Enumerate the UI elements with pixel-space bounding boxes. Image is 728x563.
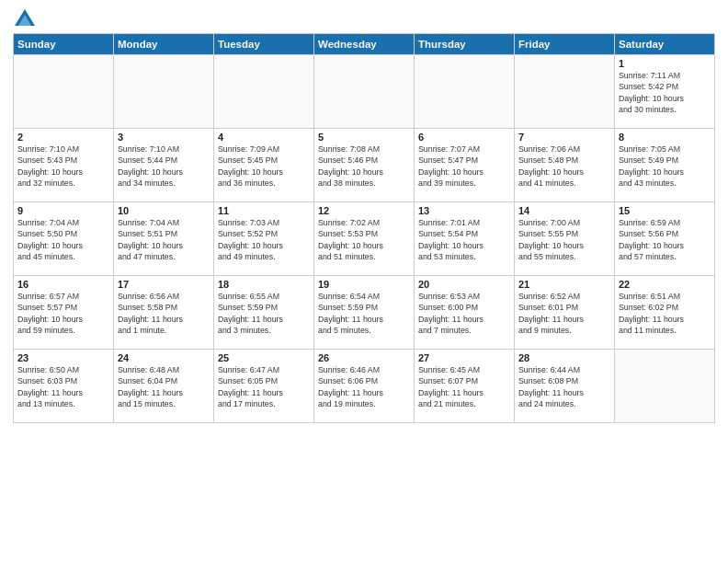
calendar-cell: 24Sunrise: 6:48 AM Sunset: 6:04 PM Dayli… [114, 350, 214, 423]
calendar-cell: 14Sunrise: 7:00 AM Sunset: 5:55 PM Dayli… [515, 202, 615, 276]
day-info: Sunrise: 7:00 AM Sunset: 5:55 PM Dayligh… [518, 217, 610, 262]
day-number: 18 [218, 279, 310, 290]
day-number: 9 [17, 205, 109, 216]
day-info: Sunrise: 6:52 AM Sunset: 6:01 PM Dayligh… [518, 291, 610, 336]
day-info: Sunrise: 7:05 AM Sunset: 5:49 PM Dayligh… [619, 144, 711, 189]
calendar-cell [415, 55, 515, 129]
day-number: 28 [518, 352, 610, 363]
calendar-cell: 9Sunrise: 7:04 AM Sunset: 5:50 PM Daylig… [14, 202, 114, 276]
calendar-week-row: 1Sunrise: 7:11 AM Sunset: 5:42 PM Daylig… [14, 55, 715, 129]
calendar: SundayMondayTuesdayWednesdayThursdayFrid… [13, 33, 715, 423]
day-of-week-header: Monday [114, 34, 214, 55]
calendar-cell [114, 55, 214, 129]
calendar-cell: 20Sunrise: 6:53 AM Sunset: 6:00 PM Dayli… [415, 276, 515, 350]
day-info: Sunrise: 6:54 AM Sunset: 5:59 PM Dayligh… [318, 291, 410, 336]
day-of-week-header: Saturday [615, 34, 715, 55]
calendar-cell: 16Sunrise: 6:57 AM Sunset: 5:57 PM Dayli… [14, 276, 114, 350]
day-of-week-header: Tuesday [214, 34, 314, 55]
calendar-cell: 28Sunrise: 6:44 AM Sunset: 6:08 PM Dayli… [515, 350, 615, 423]
day-of-week-header: Wednesday [314, 34, 415, 55]
day-info: Sunrise: 6:44 AM Sunset: 6:08 PM Dayligh… [518, 364, 610, 409]
calendar-header-row: SundayMondayTuesdayWednesdayThursdayFrid… [14, 34, 715, 55]
day-info: Sunrise: 6:59 AM Sunset: 5:56 PM Dayligh… [619, 217, 711, 262]
day-number: 17 [118, 279, 210, 290]
calendar-cell [515, 55, 615, 129]
calendar-cell: 7Sunrise: 7:06 AM Sunset: 5:48 PM Daylig… [515, 129, 615, 202]
calendar-cell: 10Sunrise: 7:04 AM Sunset: 5:51 PM Dayli… [114, 202, 214, 276]
day-info: Sunrise: 7:04 AM Sunset: 5:50 PM Dayligh… [17, 217, 109, 262]
calendar-cell: 18Sunrise: 6:55 AM Sunset: 5:59 PM Dayli… [214, 276, 314, 350]
day-info: Sunrise: 6:46 AM Sunset: 6:06 PM Dayligh… [318, 364, 410, 409]
day-number: 10 [118, 205, 210, 216]
day-of-week-header: Sunday [14, 34, 114, 55]
calendar-cell: 3Sunrise: 7:10 AM Sunset: 5:44 PM Daylig… [114, 129, 214, 202]
day-of-week-header: Friday [515, 34, 615, 55]
calendar-cell [214, 55, 314, 129]
day-info: Sunrise: 6:55 AM Sunset: 5:59 PM Dayligh… [218, 291, 310, 336]
calendar-cell [14, 55, 114, 129]
calendar-cell: 17Sunrise: 6:56 AM Sunset: 5:58 PM Dayli… [114, 276, 214, 350]
day-info: Sunrise: 7:09 AM Sunset: 5:45 PM Dayligh… [218, 144, 310, 189]
day-number: 19 [318, 279, 410, 290]
day-info: Sunrise: 6:57 AM Sunset: 5:57 PM Dayligh… [17, 291, 109, 336]
calendar-week-row: 23Sunrise: 6:50 AM Sunset: 6:03 PM Dayli… [14, 350, 715, 423]
day-number: 13 [418, 205, 510, 216]
day-info: Sunrise: 6:53 AM Sunset: 6:00 PM Dayligh… [418, 291, 510, 336]
calendar-cell: 23Sunrise: 6:50 AM Sunset: 6:03 PM Dayli… [14, 350, 114, 423]
calendar-cell: 26Sunrise: 6:46 AM Sunset: 6:06 PM Dayli… [314, 350, 415, 423]
logo [13, 9, 35, 26]
day-info: Sunrise: 6:45 AM Sunset: 6:07 PM Dayligh… [418, 364, 510, 409]
calendar-cell: 11Sunrise: 7:03 AM Sunset: 5:52 PM Dayli… [214, 202, 314, 276]
calendar-week-row: 16Sunrise: 6:57 AM Sunset: 5:57 PM Dayli… [14, 276, 715, 350]
calendar-cell: 4Sunrise: 7:09 AM Sunset: 5:45 PM Daylig… [214, 129, 314, 202]
day-number: 24 [118, 352, 210, 363]
calendar-week-row: 2Sunrise: 7:10 AM Sunset: 5:43 PM Daylig… [14, 129, 715, 202]
day-number: 26 [318, 352, 410, 363]
calendar-cell: 22Sunrise: 6:51 AM Sunset: 6:02 PM Dayli… [615, 276, 715, 350]
day-info: Sunrise: 7:11 AM Sunset: 5:42 PM Dayligh… [619, 70, 711, 115]
day-info: Sunrise: 7:02 AM Sunset: 5:53 PM Dayligh… [318, 217, 410, 262]
calendar-cell: 6Sunrise: 7:07 AM Sunset: 5:47 PM Daylig… [415, 129, 515, 202]
day-info: Sunrise: 7:04 AM Sunset: 5:51 PM Dayligh… [118, 217, 210, 262]
calendar-cell: 27Sunrise: 6:45 AM Sunset: 6:07 PM Dayli… [415, 350, 515, 423]
page: SundayMondayTuesdayWednesdayThursdayFrid… [0, 0, 728, 563]
header [13, 9, 715, 26]
calendar-cell: 8Sunrise: 7:05 AM Sunset: 5:49 PM Daylig… [615, 129, 715, 202]
calendar-week-row: 9Sunrise: 7:04 AM Sunset: 5:50 PM Daylig… [14, 202, 715, 276]
day-number: 21 [518, 279, 610, 290]
day-number: 23 [17, 352, 109, 363]
day-info: Sunrise: 7:01 AM Sunset: 5:54 PM Dayligh… [418, 217, 510, 262]
day-info: Sunrise: 7:07 AM Sunset: 5:47 PM Dayligh… [418, 144, 510, 189]
day-number: 2 [17, 132, 109, 143]
day-number: 6 [418, 132, 510, 143]
day-info: Sunrise: 7:06 AM Sunset: 5:48 PM Dayligh… [518, 144, 610, 189]
day-number: 8 [619, 132, 711, 143]
day-info: Sunrise: 6:56 AM Sunset: 5:58 PM Dayligh… [118, 291, 210, 336]
day-info: Sunrise: 7:10 AM Sunset: 5:44 PM Dayligh… [118, 144, 210, 189]
day-info: Sunrise: 7:03 AM Sunset: 5:52 PM Dayligh… [218, 217, 310, 262]
calendar-cell: 12Sunrise: 7:02 AM Sunset: 5:53 PM Dayli… [314, 202, 415, 276]
calendar-cell: 25Sunrise: 6:47 AM Sunset: 6:05 PM Dayli… [214, 350, 314, 423]
day-info: Sunrise: 7:10 AM Sunset: 5:43 PM Dayligh… [17, 144, 109, 189]
logo-icon [15, 9, 35, 26]
day-of-week-header: Thursday [415, 34, 515, 55]
day-number: 16 [17, 279, 109, 290]
day-number: 5 [318, 132, 410, 143]
day-number: 11 [218, 205, 310, 216]
day-number: 15 [619, 205, 711, 216]
day-number: 1 [619, 58, 711, 69]
calendar-cell: 15Sunrise: 6:59 AM Sunset: 5:56 PM Dayli… [615, 202, 715, 276]
calendar-cell: 1Sunrise: 7:11 AM Sunset: 5:42 PM Daylig… [615, 55, 715, 129]
calendar-cell: 5Sunrise: 7:08 AM Sunset: 5:46 PM Daylig… [314, 129, 415, 202]
day-info: Sunrise: 6:50 AM Sunset: 6:03 PM Dayligh… [17, 364, 109, 409]
calendar-cell: 21Sunrise: 6:52 AM Sunset: 6:01 PM Dayli… [515, 276, 615, 350]
day-number: 7 [518, 132, 610, 143]
day-number: 25 [218, 352, 310, 363]
day-number: 27 [418, 352, 510, 363]
calendar-cell: 2Sunrise: 7:10 AM Sunset: 5:43 PM Daylig… [14, 129, 114, 202]
day-number: 12 [318, 205, 410, 216]
calendar-cell [314, 55, 415, 129]
day-number: 14 [518, 205, 610, 216]
day-number: 3 [118, 132, 210, 143]
calendar-cell: 13Sunrise: 7:01 AM Sunset: 5:54 PM Dayli… [415, 202, 515, 276]
